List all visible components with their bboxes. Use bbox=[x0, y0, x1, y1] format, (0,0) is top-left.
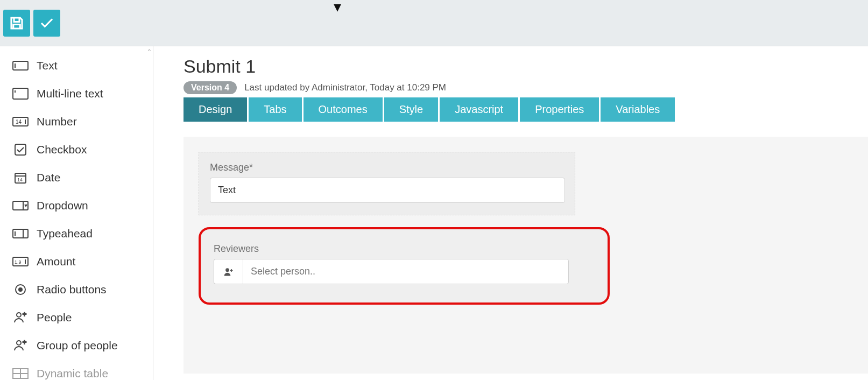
reviewers-field[interactable] bbox=[214, 259, 569, 284]
svg-point-21 bbox=[17, 313, 21, 317]
number-icon: 14 bbox=[12, 115, 29, 128]
palette-item-label: People bbox=[37, 311, 72, 324]
svg-point-23 bbox=[17, 341, 21, 345]
field-palette: ˆ Text Multi-line text 14 Number Checkbo… bbox=[0, 46, 153, 380]
palette-item-text[interactable]: Text bbox=[12, 52, 145, 80]
palette-item-dropdown[interactable]: Dropdown bbox=[12, 192, 145, 220]
people-icon: + bbox=[12, 311, 29, 324]
svg-text:14: 14 bbox=[16, 119, 22, 125]
palette-item-label: Group of people bbox=[37, 339, 118, 352]
palette-item-group[interactable]: + Group of people bbox=[12, 332, 145, 360]
tab-tabs[interactable]: Tabs bbox=[249, 97, 301, 122]
palette-item-label: Typeahead bbox=[37, 227, 93, 240]
group-people-icon: + bbox=[12, 339, 29, 352]
palette-item-number[interactable]: 14 Number bbox=[12, 108, 145, 136]
main-content: Submit 1 Version 4 Last updated by Admin… bbox=[153, 46, 868, 380]
svg-rect-2 bbox=[13, 88, 28, 99]
palette-item-label: Amount bbox=[37, 255, 75, 268]
svg-text:14: 14 bbox=[17, 177, 23, 182]
radio-icon bbox=[12, 283, 29, 296]
tab-style[interactable]: Style bbox=[384, 97, 438, 122]
palette-item-label: Checkbox bbox=[37, 143, 87, 156]
person-add-icon[interactable] bbox=[214, 259, 243, 284]
dropdown-icon bbox=[12, 199, 29, 212]
save-icon bbox=[9, 15, 25, 31]
validate-button[interactable] bbox=[33, 10, 60, 37]
svg-rect-7 bbox=[15, 144, 26, 155]
svg-text:+: + bbox=[23, 311, 26, 318]
save-button[interactable] bbox=[3, 10, 30, 37]
palette-item-label: Dropdown bbox=[37, 199, 88, 212]
tab-design[interactable]: Design bbox=[184, 97, 247, 122]
meta-row: Version 4 Last updated by Administrator,… bbox=[184, 81, 868, 94]
palette-item-people[interactable]: + People bbox=[12, 304, 145, 332]
form-block-reviewers[interactable]: Reviewers bbox=[199, 227, 610, 305]
palette-item-label: Date bbox=[37, 171, 60, 184]
palette-item-radio[interactable]: Radio buttons bbox=[12, 276, 145, 304]
palette-item-typeahead[interactable]: Typeahead bbox=[12, 220, 145, 248]
tab-outcomes[interactable]: Outcomes bbox=[304, 97, 383, 122]
palette-item-checkbox[interactable]: Checkbox bbox=[12, 136, 145, 164]
field-label-reviewers: Reviewers bbox=[214, 243, 595, 255]
multiline-icon bbox=[12, 87, 29, 100]
palette-item-dyntable[interactable]: Dynamic table bbox=[12, 360, 145, 380]
scroll-up-icon[interactable]: ˆ bbox=[148, 48, 151, 57]
svg-text:1.9: 1.9 bbox=[15, 259, 22, 265]
tab-javascript[interactable]: Javascript bbox=[440, 97, 518, 122]
caret-down-icon: ▾ bbox=[334, 0, 341, 16]
date-icon: 14 bbox=[12, 171, 29, 184]
topbar: ▾ bbox=[0, 0, 868, 46]
field-label-message: Message* bbox=[210, 162, 564, 173]
form-block-message[interactable]: Message* Text bbox=[199, 152, 575, 215]
palette-item-date[interactable]: 14 Date bbox=[12, 164, 145, 192]
check-icon bbox=[39, 15, 55, 31]
palette-item-amount[interactable]: 1.9 Amount bbox=[12, 248, 145, 276]
svg-text:+: + bbox=[23, 339, 26, 346]
palette-item-multiline[interactable]: Multi-line text bbox=[12, 80, 145, 108]
dynamic-table-icon bbox=[12, 367, 29, 380]
tab-properties[interactable]: Properties bbox=[520, 97, 599, 122]
reviewers-input[interactable] bbox=[243, 259, 569, 284]
svg-point-28 bbox=[225, 268, 229, 272]
palette-item-label: Dynamic table bbox=[37, 367, 108, 380]
page-title: Submit 1 bbox=[184, 56, 868, 77]
message-field[interactable]: Text bbox=[210, 178, 565, 203]
last-updated-text: Last updated by Administrator, Today at … bbox=[244, 82, 446, 93]
amount-icon: 1.9 bbox=[12, 255, 29, 268]
palette-item-label: Number bbox=[37, 115, 77, 128]
version-badge: Version 4 bbox=[184, 81, 237, 94]
palette-item-label: Radio buttons bbox=[37, 283, 107, 296]
palette-item-label: Multi-line text bbox=[37, 87, 103, 100]
tab-variables[interactable]: Variables bbox=[601, 97, 675, 122]
checkbox-icon bbox=[12, 143, 29, 156]
typeahead-icon bbox=[12, 227, 29, 240]
palette-item-label: Text bbox=[37, 59, 58, 72]
text-field-icon bbox=[12, 59, 29, 72]
tabs: Design Tabs Outcomes Style Javascript Pr… bbox=[184, 97, 868, 122]
form-canvas[interactable]: Message* Text Reviewers bbox=[184, 137, 868, 374]
svg-point-20 bbox=[18, 287, 23, 292]
